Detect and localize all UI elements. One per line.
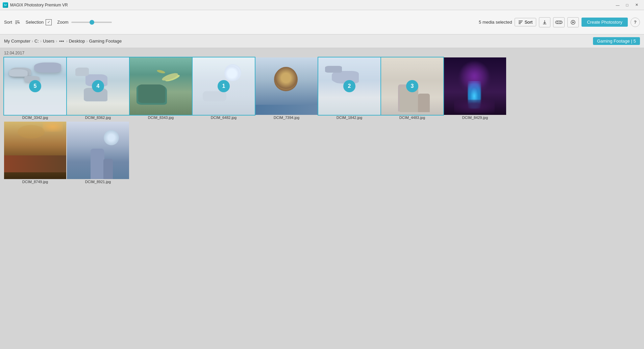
zoom-section: Zoom	[57, 20, 112, 25]
photo-label-3342: DCIM_3342.jpg	[4, 115, 66, 120]
svg-marker-12	[572, 21, 574, 23]
photo-label-8429: DCIM_8429.jpg	[444, 115, 506, 120]
photo-inner-4483: 3	[381, 57, 443, 115]
photo-item-3342[interactable]: 5 DCIM_3342.jpg	[4, 57, 66, 120]
breadcrumb-c[interactable]: C:	[34, 39, 39, 44]
breadcrumb-sep-1: ›	[32, 39, 33, 44]
photo-grid-row2: DCIM_8749.jpg DCIM_8921.jpg	[4, 122, 640, 184]
svg-rect-4	[519, 21, 523, 21]
decorative	[454, 100, 495, 113]
photo-label-8343: DCIM_8343.jpg	[130, 115, 192, 120]
vr-button[interactable]	[553, 17, 565, 27]
photo-item-8429[interactable]: DCIM_8429.jpg	[444, 57, 506, 120]
toolbar-right: 5 media selected Sort	[479, 17, 640, 27]
main-content: 12.04.2017 5 DCIM_3342.jpg	[0, 48, 644, 349]
selection-label: Selection	[26, 20, 44, 25]
toolbar: Sort Selection ✓ Zoom 5 media selected	[0, 10, 644, 34]
photo-item-8362[interactable]: 4 DCIM_8362.jpg	[67, 57, 129, 120]
decorative	[255, 105, 318, 115]
photo-grid-row1: 5 DCIM_3342.jpg 4 DCIM_8362.jpg	[4, 57, 640, 120]
sort-right-button[interactable]: Sort	[515, 18, 536, 26]
photo-inner-6482: 1	[193, 57, 255, 115]
breadcrumb-sep-3: ›	[56, 39, 57, 44]
svg-point-9	[557, 21, 559, 23]
photo-inner-8429	[444, 57, 506, 115]
titlebar: M MAGIX Photostory Premium VR — □ ✕	[0, 0, 644, 10]
decorative	[43, 122, 63, 132]
folder-tag[interactable]: Gaming Footage | 5	[593, 37, 640, 45]
photo-label-1842: DCIM_1842.jpg	[318, 115, 380, 120]
photo-thumb-8429	[444, 57, 506, 115]
photo-inner-8921	[67, 122, 129, 179]
svg-rect-5	[519, 22, 522, 23]
decorative	[165, 74, 180, 83]
folder-tag-name: Gaming Footage	[597, 39, 630, 44]
breadcrumb-desktop[interactable]: Desktop	[69, 39, 85, 44]
photo-inner-8343	[130, 57, 192, 115]
svg-point-10	[560, 21, 561, 23]
decorative	[92, 150, 104, 179]
badge-6482: 1	[218, 80, 230, 92]
breadcrumb-gaming-footage[interactable]: Gaming Footage	[89, 39, 122, 44]
badge-4483: 3	[406, 80, 418, 92]
photo-item-1842[interactable]: 2 DCIM_1842.jpg	[318, 57, 380, 120]
titlebar-left: M MAGIX Photostory Premium VR	[3, 2, 68, 8]
breadcrumb-right: Gaming Footage | 5	[593, 37, 640, 45]
sort-group: Sort	[4, 19, 20, 25]
close-button[interactable]: ✕	[632, 2, 641, 8]
badge-1842: 2	[343, 80, 355, 92]
media-selected-text: 5 media selected	[479, 20, 512, 25]
photo-item-7394[interactable]: DCIM_7394.jpg	[255, 57, 318, 120]
photo-label-4483: DCIM_4483.jpg	[381, 115, 443, 120]
decorative	[18, 125, 45, 139]
zoom-label: Zoom	[57, 20, 68, 25]
badge-3342: 5	[29, 80, 41, 92]
photo-inner-7394	[255, 57, 318, 115]
photo-label-8749: DCIM_8749.jpg	[4, 179, 66, 184]
sort-icon[interactable]	[14, 19, 20, 25]
photo-item-8921[interactable]: DCIM_8921.jpg	[67, 122, 129, 184]
slideshow-button[interactable]	[567, 17, 579, 27]
app-title: MAGIX Photostory Premium VR	[10, 3, 68, 7]
vr-icon	[555, 20, 563, 24]
titlebar-controls: — □ ✕	[613, 2, 641, 8]
breadcrumb-sep-4: ›	[66, 39, 68, 44]
zoom-thumb[interactable]	[90, 20, 94, 25]
breadcrumb-dots[interactable]: •••	[58, 39, 65, 44]
download-icon	[542, 20, 547, 25]
app-icon: M	[3, 2, 8, 8]
sort-right-label: Sort	[524, 20, 532, 25]
photo-thumb-8343	[130, 57, 192, 115]
sort-right-icon	[518, 20, 523, 25]
breadcrumb-users[interactable]: Users	[43, 39, 54, 44]
badge-8362: 4	[92, 80, 104, 92]
decorative	[4, 155, 66, 172]
slideshow-icon	[570, 20, 576, 25]
breadcrumb-my-computer[interactable]: My Computer	[4, 39, 30, 44]
photo-thumb-8921	[67, 122, 129, 179]
photo-item-6482[interactable]: 1 DCIM_6482.jpg	[193, 57, 255, 120]
photo-item-8749[interactable]: DCIM_8749.jpg	[4, 122, 66, 184]
photo-item-4483[interactable]: 3 DCIM_4483.jpg	[381, 57, 443, 120]
decorative	[156, 69, 165, 74]
selection-check-icon[interactable]: ✓	[46, 19, 52, 25]
breadcrumb-sep-5: ›	[86, 39, 88, 44]
folder-tag-count: | 5	[631, 39, 636, 44]
create-photostory-button[interactable]: Create Photostory	[581, 18, 628, 27]
breadcrumb-sep-2: ›	[40, 39, 42, 44]
photo-inner-8362: 4	[67, 57, 129, 115]
selection-group: Selection ✓	[26, 19, 52, 25]
photo-inner-3342: 5	[4, 57, 66, 115]
help-button[interactable]: ?	[630, 18, 640, 27]
maximize-button[interactable]: □	[622, 2, 632, 8]
minimize-button[interactable]: —	[613, 2, 622, 8]
decorative	[459, 60, 490, 91]
decorative	[103, 159, 113, 179]
photo-item-8343[interactable]: DCIM_8343.jpg	[130, 57, 192, 120]
decorative	[104, 130, 119, 145]
photo-label-8921: DCIM_8921.jpg	[67, 179, 129, 184]
photo-thumb-7394	[255, 57, 318, 115]
photo-label-6482: DCIM_6482.jpg	[193, 115, 255, 120]
zoom-slider[interactable]	[71, 22, 112, 23]
download-button[interactable]	[539, 17, 550, 27]
